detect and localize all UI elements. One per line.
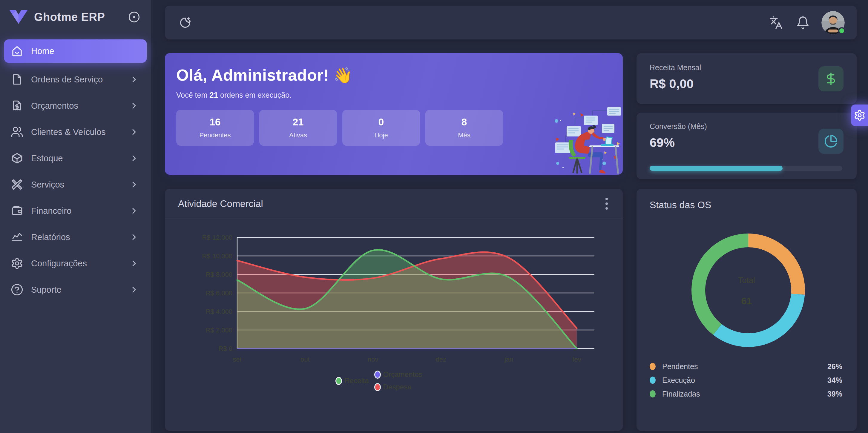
stat-label: Pendentes (199, 131, 230, 139)
stat-value: 21 (293, 117, 304, 128)
status-donut-chart (688, 230, 808, 350)
status-legend-percent: 34% (827, 376, 842, 384)
sidebar-item-label: Serviços (31, 180, 129, 190)
bell-icon (796, 16, 810, 30)
svg-text:set: set (233, 355, 241, 363)
brand-logo-icon (9, 9, 28, 25)
sidebar-item-label: Ordens de Serviço (31, 75, 129, 85)
revenue-value: R$ 0,00 (650, 77, 843, 91)
revenue-icon-box (818, 66, 843, 91)
workspace-illustration (548, 106, 623, 175)
tools-icon (11, 178, 23, 191)
chevron-right-icon (129, 232, 139, 242)
moon-icon (178, 16, 192, 30)
translate-icon (769, 16, 783, 30)
sidebar-pin-icon[interactable] (128, 10, 141, 24)
sidebar-item-label: Suporte (31, 285, 129, 295)
sidebar-item-ordens-de-servi-o[interactable]: Ordens de Serviço (4, 66, 147, 93)
activity-area-chart: R$ 12.000R$ 10.000R$ 8.000R$ 6.000R$ 4.0… (165, 223, 623, 368)
chart-icon (11, 231, 23, 243)
gear-icon (854, 109, 866, 121)
topbar (165, 6, 857, 39)
donut-segment-finalizadas[interactable] (691, 234, 748, 335)
topbar-actions (768, 11, 845, 34)
svg-text:R$ 2.000: R$ 2.000 (206, 327, 232, 334)
sidebar-item-financeiro[interactable]: Financeiro (4, 198, 147, 224)
wave-emoji: 👋 (333, 67, 353, 84)
theme-toggle-button[interactable] (177, 14, 193, 31)
stat-label: Mês (458, 131, 470, 139)
stat-box-mês: 8 Mês (425, 110, 503, 146)
sidebar-item-label: Configurações (31, 258, 129, 269)
legend-dot (374, 383, 381, 391)
sidebar-item-estoque[interactable]: Estoque (4, 145, 147, 172)
conversion-label: Conversão (Mês) (650, 122, 843, 131)
svg-text:R$ 0: R$ 0 (219, 345, 232, 352)
sidebar-header: Ghotme ERP (0, 0, 151, 31)
chart-menu-button[interactable] (603, 196, 610, 211)
revenue-card: Receita Mensal R$ 0,00 (637, 53, 857, 104)
conversion-icon-box (818, 129, 843, 154)
chevron-right-icon (129, 154, 139, 163)
stat-label: Ativas (289, 131, 307, 139)
invoice-icon (11, 99, 23, 112)
sidebar-item-clientes-ve-culos[interactable]: Clientes & Veículos (4, 119, 147, 145)
status-legend-percent: 39% (827, 390, 842, 398)
sidebar-item-suporte[interactable]: Suporte (4, 277, 147, 303)
chevron-right-icon (129, 285, 139, 295)
legend-item-orçamentos[interactable]: Orçamentos (374, 370, 422, 379)
activity-chart-card: Atividade Comercial R$ 12.000R$ 10.000R$… (165, 189, 623, 431)
chevron-right-icon (129, 101, 139, 111)
status-legend-percent: 26% (827, 362, 842, 371)
box-icon (11, 152, 23, 164)
chevron-right-icon (129, 206, 139, 216)
customizer-button[interactable] (851, 104, 868, 126)
pie-chart-icon (824, 134, 838, 148)
status-legend-row-pendentes: Pendentes 26% (650, 360, 842, 373)
legend-item-despesa[interactable]: Despesa (374, 383, 422, 391)
online-status-dot (838, 27, 845, 34)
status-card: Status das OS Total 61 Pendentes 26% Exe… (637, 189, 857, 431)
stat-box-pendentes: 16 Pendentes (176, 110, 254, 146)
sidebar: Ghotme ERP HomeOrdens de ServiçoOrçament… (0, 0, 151, 433)
donut-segment-execução[interactable] (713, 293, 805, 347)
conversion-progress-track (650, 166, 842, 171)
legend-label: Receita (344, 377, 369, 385)
status-legend: Pendentes 26% Execução 34% Finalizadas 3… (650, 360, 842, 401)
sidebar-item-configura-es[interactable]: Configurações (4, 250, 147, 277)
conversion-progress-fill (650, 166, 782, 171)
svg-text:R$ 4.000: R$ 4.000 (206, 308, 232, 315)
user-avatar[interactable] (822, 11, 845, 34)
stat-value: 16 (210, 117, 221, 128)
notifications-button[interactable] (795, 14, 811, 31)
status-legend-dot (650, 363, 656, 370)
wallet-icon (11, 205, 23, 217)
status-legend-dot (650, 377, 656, 384)
sidebar-item-or-amentos[interactable]: Orçamentos (4, 93, 147, 119)
sidebar-item-label: Relatórios (31, 232, 129, 242)
erp-dashboard: Ghotme ERP HomeOrdens de ServiçoOrçament… (0, 0, 868, 433)
sidebar-item-relat-rios[interactable]: Relatórios (4, 224, 147, 250)
status-legend-label: Execução (662, 376, 827, 384)
sidebar-item-servi-os[interactable]: Serviços (4, 172, 147, 198)
revenue-label: Receita Mensal (650, 63, 843, 72)
sidebar-nav: HomeOrdens de ServiçoOrçamentosClientes … (0, 31, 151, 303)
svg-text:R$ 10.000: R$ 10.000 (202, 252, 232, 260)
conversion-value: 69% (650, 135, 843, 150)
help-icon (11, 283, 23, 296)
svg-text:R$ 6.000: R$ 6.000 (206, 289, 232, 297)
sidebar-item-home[interactable]: Home (4, 39, 147, 63)
legend-dot (374, 371, 381, 379)
welcome-title: Olá, Administrador!👋 (176, 66, 611, 85)
svg-text:fev: fev (572, 355, 581, 363)
donut-segment-pendentes[interactable] (748, 234, 805, 295)
legend-item-receita[interactable]: Receita (335, 377, 369, 385)
brand-name: Ghotme ERP (34, 11, 128, 24)
status-legend-row-execução: Execução 34% (650, 373, 842, 387)
chevron-right-icon (129, 258, 139, 268)
stat-label: Hoje (374, 131, 388, 139)
home-icon (11, 45, 23, 57)
legend-label: Orçamentos (383, 370, 422, 379)
chart-card-title: Atividade Comercial (178, 198, 603, 209)
language-button[interactable] (768, 14, 784, 31)
